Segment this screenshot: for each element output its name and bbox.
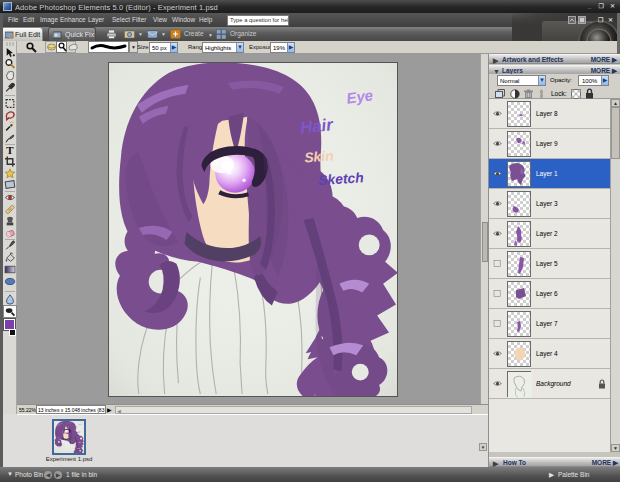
svg-text:T: T: [6, 145, 14, 156]
